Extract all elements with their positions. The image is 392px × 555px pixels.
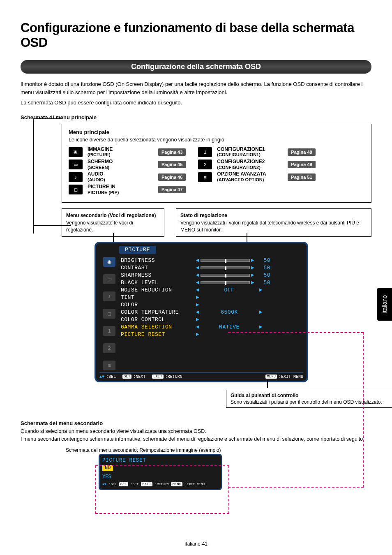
osd-row-label: GAMMA SELECTION xyxy=(121,324,195,330)
secondary-menu-header: Schermata del menu secondario xyxy=(21,420,371,426)
page-badge: Pagina 47 xyxy=(158,186,186,193)
main-menu-note: Le icone diverse da quella selezionata v… xyxy=(69,137,364,143)
menu-sublabel: (CONFIGURATION1) xyxy=(217,152,283,157)
right-arrow-icon: ► xyxy=(258,324,264,330)
osd-row-label: SHARPNESS xyxy=(121,272,195,278)
right-arrow-icon: ► xyxy=(258,309,264,315)
osd-side-picture-icon: ◉ xyxy=(103,257,115,267)
page-number: Italiano-41 xyxy=(0,541,392,547)
footer-set-tag: SET xyxy=(122,375,131,379)
menu-item-config2: 2 CONFIGURAZIONE2(CONFIGURATION2) Pagina… xyxy=(198,159,315,170)
menu-sublabel: (ADVANCED OPTION) xyxy=(217,177,283,183)
menu-sublabel: (SCREEN) xyxy=(88,165,153,170)
status-desc-text: Vengono visualizzati i valori regolati d… xyxy=(180,220,367,233)
osd-row-label: COLOR TEMPERATURE xyxy=(121,309,195,315)
footer-exit-tag: EXIT xyxy=(152,375,164,379)
dashed-connector xyxy=(228,332,364,333)
osd-slider xyxy=(201,266,250,269)
menu-item-picture: ◉ IMMAGINE(PICTURE) Pagina 43 xyxy=(69,147,186,157)
osd-row: BLACK LEVEL◄►50 xyxy=(121,279,302,287)
sub-osd-title: PICTURE RESET xyxy=(102,458,218,463)
page-badge: Pagina 46 xyxy=(158,173,186,181)
advanced-icon: ≡ xyxy=(198,172,212,182)
osd-row-label: COLOR CONTROL xyxy=(121,317,195,323)
dashed-connector xyxy=(228,487,364,488)
menu-label: SCHERMO xyxy=(88,159,153,165)
osd-row: SHARPNESS◄►50 xyxy=(121,272,302,279)
osd-row-label: TINT xyxy=(121,294,195,301)
osd-row-label: NOISE REDUCTION xyxy=(121,287,195,293)
osd-center-value: OFF xyxy=(201,287,258,293)
osd-row: COLOR► xyxy=(121,301,302,309)
right-arrow-icon: ► xyxy=(195,331,201,338)
connector-line xyxy=(33,118,62,119)
left-arrow-icon: ◄ xyxy=(195,309,201,315)
osd-value: 50 xyxy=(258,280,270,286)
right-arrow-icon: ► xyxy=(250,280,256,286)
menu-label: IMMAGINE xyxy=(88,147,153,153)
osd-row-label: COLOR xyxy=(121,302,195,308)
menu-label: PICTURE IN xyxy=(88,184,153,190)
status-desc-box: Stato di regolazione Vengono visualizzat… xyxy=(176,208,371,237)
right-arrow-icon: ► xyxy=(195,294,201,301)
language-tab: Italiano xyxy=(377,288,392,321)
intro-paragraph-2: La schermata OSD può essere configurata … xyxy=(21,99,371,107)
osd-main-panel: PICTURE ◉ ▭ ♪ ◻ 1 2 ≡ BRIGHTNESS◄►50CONT… xyxy=(95,242,308,382)
osd-slider xyxy=(201,281,250,284)
main-menu-title: Menu principale xyxy=(69,129,364,135)
osd-row: BRIGHTNESS◄►50 xyxy=(121,257,302,264)
page-badge: Pagina 51 xyxy=(288,173,315,181)
guide-box: Guida ai pulsanti di controllo Sono visu… xyxy=(226,390,392,408)
osd-center-value: 6500K xyxy=(201,309,258,315)
osd-side-audio-icon: ♪ xyxy=(103,291,115,301)
menu-item-screen: ▭ SCHERMO(SCREEN) Pagina 45 xyxy=(69,159,186,170)
footer-menu-tag: MENU xyxy=(265,375,277,379)
page-badge: Pagina 43 xyxy=(158,148,186,156)
osd-row: COLOR CONTROL► xyxy=(121,316,302,324)
osd-row-label: BRIGHTNESS xyxy=(121,257,195,264)
picture-icon: ◉ xyxy=(69,147,83,157)
footer-exitmenu: :EXIT MENU xyxy=(279,375,303,379)
page-badge: Pagina 48 xyxy=(288,148,315,156)
submenu-desc-text: Vengono visualizzate le voci di regolazi… xyxy=(66,220,160,233)
right-arrow-icon: ► xyxy=(195,302,201,308)
screen-icon: ▭ xyxy=(69,160,83,169)
left-arrow-icon: ◄ xyxy=(195,265,201,271)
osd-side-config1-icon: 1 xyxy=(103,326,115,336)
page-title: Configurazione e funzionamento di base d… xyxy=(21,21,371,50)
osd-row-label: PICTURE RESET xyxy=(121,331,195,338)
osd-title: PICTURE xyxy=(119,246,156,254)
guide-text: Sono visualizzati i pulsanti per il cont… xyxy=(231,399,392,405)
osd-value: 50 xyxy=(258,265,270,271)
osd-row: TINT► xyxy=(121,294,302,301)
main-menu-box: Menu principale Le icone diverse da quel… xyxy=(62,124,371,203)
footer-next: :NEXT xyxy=(133,375,145,379)
osd-row: CONTRAST◄►50 xyxy=(121,264,302,272)
intro-paragraph-1: Il monitor è dotato di una funzione OSD … xyxy=(21,80,371,96)
right-arrow-icon: ► xyxy=(258,287,264,293)
right-arrow-icon: ► xyxy=(250,265,256,271)
osd-value: 50 xyxy=(258,257,270,264)
connector-line xyxy=(33,118,34,234)
config2-icon: 2 xyxy=(198,160,212,169)
footer-sel: :SEL xyxy=(106,375,116,379)
menu-label: CONFIGURAZIONE1 xyxy=(217,147,283,153)
menu-item-pip: ◻ PICTURE INPICTURE (PIP) Pagina 47 xyxy=(69,184,186,195)
osd-side-config2-icon: 2 xyxy=(103,343,115,353)
menu-sublabel: PICTURE (PIP) xyxy=(88,190,153,195)
menu-label: CONFIGURAZIONE2 xyxy=(217,159,283,165)
osd-slider xyxy=(201,259,250,262)
left-arrow-icon: ◄ xyxy=(195,280,201,286)
menu-sublabel: (AUDIO) xyxy=(88,177,153,183)
guide-title: Guida ai pulsanti di controllo xyxy=(231,393,392,398)
section-title-bar: Configurazione della schermata OSD xyxy=(21,60,371,74)
page-badge: Pagina 45 xyxy=(158,161,186,168)
left-arrow-icon: ◄ xyxy=(195,257,201,264)
audio-icon: ♪ xyxy=(69,172,83,182)
osd-row: COLOR TEMPERATURE◄6500K► xyxy=(121,309,302,316)
osd-side-pip-icon: ◻ xyxy=(103,309,115,319)
menu-item-config1: 1 CONFIGURAZIONE1(CONFIGURATION1) Pagina… xyxy=(198,147,315,157)
right-arrow-icon: ► xyxy=(250,257,256,264)
secondary-text-1: Quando si seleziona un menu secondario v… xyxy=(21,428,371,435)
example-caption: Schermata del menu secondario: Reimposta… xyxy=(66,447,371,453)
